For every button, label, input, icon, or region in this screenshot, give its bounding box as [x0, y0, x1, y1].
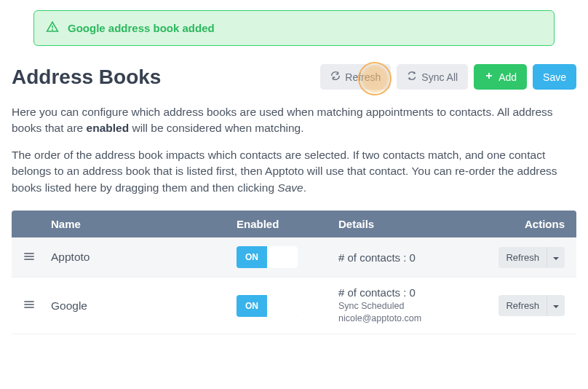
plus-icon: [484, 71, 494, 83]
details-main: # of contacts : 0: [338, 286, 486, 299]
row-refresh-button[interactable]: Refresh: [498, 295, 547, 316]
svg-point-1: [52, 29, 53, 30]
description-2: The order of the address book impacts wh…: [12, 147, 576, 196]
header-details: Details: [338, 218, 486, 230]
add-button-label: Add: [498, 71, 517, 83]
alert-message: Google address book added: [68, 22, 215, 34]
sync-all-button[interactable]: Sync All: [397, 64, 468, 90]
description-1: Here you can configure which address boo…: [12, 104, 576, 137]
chevron-down-icon: [553, 300, 559, 311]
row-name: Apptoto: [51, 251, 237, 264]
save-button-label: Save: [543, 71, 566, 83]
add-button[interactable]: Add: [474, 64, 527, 90]
page-title: Address Books: [12, 66, 161, 89]
refresh-button-label: Refresh: [345, 71, 381, 83]
row-action-split: Refresh: [498, 295, 565, 316]
row-action-dropdown[interactable]: [547, 247, 565, 268]
refresh-icon: [330, 71, 341, 83]
header-actions: Actions: [486, 218, 565, 230]
refresh-button[interactable]: Refresh: [320, 64, 391, 90]
row-action-dropdown[interactable]: [547, 295, 565, 316]
enabled-toggle[interactable]: ON: [237, 246, 298, 268]
table-header: Name Enabled Details Actions: [12, 211, 576, 237]
table-row[interactable]: Apptoto ON # of contacts : 0 Refresh: [12, 237, 576, 278]
header-enabled: Enabled: [237, 218, 338, 230]
row-name: Google: [51, 299, 237, 313]
row-refresh-button[interactable]: Refresh: [498, 247, 547, 268]
toggle-on-label: ON: [237, 246, 267, 268]
address-books-table: Name Enabled Details Actions Apptoto ON …: [12, 211, 576, 334]
sync-icon: [407, 71, 417, 83]
toolbar: Refresh Sync All Add Save: [320, 64, 576, 90]
details-sub: Sync Scheduled nicole@apptoto.com: [338, 300, 486, 325]
details-main: # of contacts : 0: [338, 251, 486, 264]
header-name: Name: [51, 218, 237, 230]
save-button[interactable]: Save: [533, 64, 576, 90]
success-alert: Google address book added: [33, 10, 555, 46]
toggle-on-label: ON: [237, 295, 267, 317]
toggle-off-side: [267, 295, 298, 317]
warning-triangle-icon: [46, 20, 59, 36]
table-row[interactable]: Google ON # of contacts : 0 Sync Schedul…: [12, 278, 576, 334]
enabled-toggle[interactable]: ON: [237, 295, 298, 317]
sync-all-button-label: Sync All: [421, 71, 458, 83]
chevron-down-icon: [553, 252, 559, 263]
toggle-off-side: [267, 246, 298, 268]
drag-handle-icon[interactable]: [23, 251, 35, 264]
row-action-split: Refresh: [498, 247, 565, 268]
drag-handle-icon[interactable]: [23, 299, 35, 312]
